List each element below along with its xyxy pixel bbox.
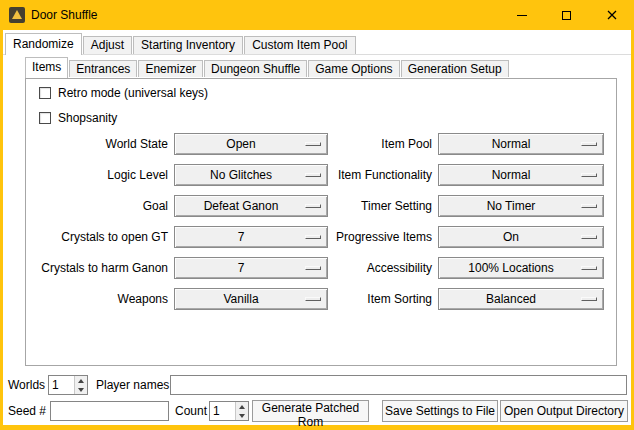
dropdown-indicator-icon xyxy=(581,235,597,239)
items-tab-panel: Retro mode (universal keys) Shopsanity W… xyxy=(25,78,617,366)
subtab-generation-setup[interactable]: Generation Setup xyxy=(401,60,509,77)
crystals-harm-ganon-value: 7 xyxy=(238,261,265,275)
retro-mode-row: Retro mode (universal keys) xyxy=(39,86,208,100)
close-button[interactable] xyxy=(589,0,634,30)
retro-mode-label: Retro mode (universal keys) xyxy=(58,86,208,100)
spin-up-icon[interactable] xyxy=(236,402,248,411)
progressive-items-label: Progressive Items xyxy=(282,226,432,248)
window: Door Shuffle Randomize Adjust Starting I… xyxy=(0,0,634,430)
sub-tab-bar: Items Entrances Enemizer Dungeon Shuffle… xyxy=(25,57,510,78)
weapons-label: Weapons xyxy=(34,288,168,310)
seed-label: Seed # xyxy=(8,401,46,421)
tab-starting-inventory[interactable]: Starting Inventory xyxy=(133,36,243,54)
timer-setting-dropdown[interactable]: No Timer xyxy=(438,195,604,217)
minimize-icon xyxy=(517,15,527,16)
dropdown-indicator-icon xyxy=(581,204,597,208)
count-spin-arrows xyxy=(235,402,248,420)
dropdown-indicator-icon xyxy=(581,142,597,146)
crystals-open-gt-value: 7 xyxy=(238,230,265,244)
crystals-harm-ganon-label: Crystals to harm Ganon xyxy=(34,257,168,279)
count-spinbox[interactable] xyxy=(209,401,249,421)
titlebar: Door Shuffle xyxy=(0,0,634,30)
main-tab-bar: Randomize Adjust Starting Inventory Cust… xyxy=(5,33,357,55)
window-content: Randomize Adjust Starting Inventory Cust… xyxy=(3,30,631,425)
item-pool-value: Normal xyxy=(492,137,551,151)
subtab-game-options[interactable]: Game Options xyxy=(308,60,399,77)
item-functionality-dropdown[interactable]: Normal xyxy=(438,164,604,186)
logic-level-label: Logic Level xyxy=(34,164,168,186)
subtab-entrances[interactable]: Entrances xyxy=(69,60,137,77)
dropdown-indicator-icon xyxy=(581,297,597,301)
generate-patched-rom-button[interactable]: Generate Patched Rom xyxy=(252,400,369,422)
worlds-spinbox[interactable] xyxy=(48,375,88,395)
count-input[interactable] xyxy=(210,402,235,420)
worlds-spin-arrows xyxy=(74,376,87,394)
world-state-value: Open xyxy=(226,137,275,151)
minimize-button[interactable] xyxy=(499,0,544,30)
close-icon xyxy=(607,10,617,20)
item-sorting-value: Balanced xyxy=(486,292,556,306)
tab-randomize[interactable]: Randomize xyxy=(5,33,82,55)
subtab-dungeon-shuffle[interactable]: Dungeon Shuffle xyxy=(204,60,307,77)
count-label: Count xyxy=(175,401,207,421)
timer-setting-label: Timer Setting xyxy=(282,195,432,217)
spin-up-icon[interactable] xyxy=(75,376,87,385)
tab-custom-item-pool[interactable]: Custom Item Pool xyxy=(244,36,355,54)
worlds-label: Worlds xyxy=(8,375,45,395)
worlds-input[interactable] xyxy=(49,376,74,394)
shopsanity-row: Shopsanity xyxy=(39,111,117,125)
spin-down-icon[interactable] xyxy=(236,411,248,420)
seed-input[interactable] xyxy=(50,401,169,421)
item-sorting-label: Item Sorting xyxy=(282,288,432,310)
app-icon xyxy=(9,7,25,23)
window-controls xyxy=(499,0,634,30)
progressive-items-value: On xyxy=(503,230,539,244)
retro-mode-checkbox[interactable] xyxy=(39,87,51,99)
player-names-input[interactable] xyxy=(170,375,627,395)
subtab-enemizer[interactable]: Enemizer xyxy=(138,60,203,77)
item-pool-label: Item Pool xyxy=(282,133,432,155)
tab-adjust[interactable]: Adjust xyxy=(83,36,132,54)
subtab-items[interactable]: Items xyxy=(25,57,68,78)
item-functionality-label: Item Functionality xyxy=(282,164,432,186)
shopsanity-label: Shopsanity xyxy=(58,111,117,125)
accessibility-value: 100% Locations xyxy=(468,261,573,275)
window-title: Door Shuffle xyxy=(31,8,98,22)
timer-setting-value: No Timer xyxy=(487,199,556,213)
crystals-open-gt-label: Crystals to open GT xyxy=(34,226,168,248)
progressive-items-dropdown[interactable]: On xyxy=(438,226,604,248)
open-output-directory-button[interactable]: Open Output Directory xyxy=(500,400,628,422)
maximize-icon xyxy=(562,11,571,20)
item-functionality-value: Normal xyxy=(492,168,551,182)
item-sorting-dropdown[interactable]: Balanced xyxy=(438,288,604,310)
world-state-label: World State xyxy=(34,133,168,155)
goal-label: Goal xyxy=(34,195,168,217)
player-names-label: Player names xyxy=(96,375,169,395)
dropdown-indicator-icon xyxy=(581,266,597,270)
item-pool-dropdown[interactable]: Normal xyxy=(438,133,604,155)
logic-level-value: No Glitches xyxy=(210,168,292,182)
weapons-value: Vanilla xyxy=(223,292,278,306)
accessibility-label: Accessibility xyxy=(282,257,432,279)
maximize-button[interactable] xyxy=(544,0,589,30)
spin-down-icon[interactable] xyxy=(75,385,87,394)
accessibility-dropdown[interactable]: 100% Locations xyxy=(438,257,604,279)
shopsanity-checkbox[interactable] xyxy=(39,112,51,124)
save-settings-button[interactable]: Save Settings to File xyxy=(382,400,498,422)
dropdown-indicator-icon xyxy=(581,173,597,177)
